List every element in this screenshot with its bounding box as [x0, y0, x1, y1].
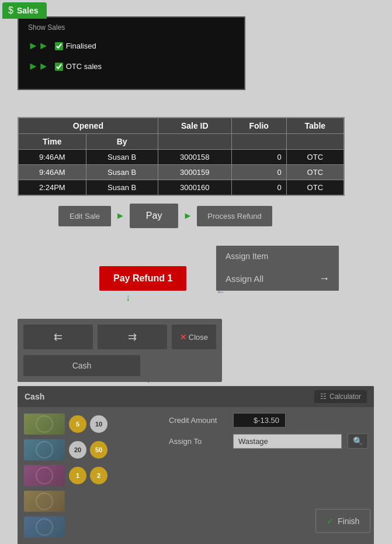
row-table: OTC — [286, 165, 344, 180]
row-sale-id: 3000160 — [158, 180, 231, 196]
calculator-icon: ☷ — [320, 392, 327, 401]
action-buttons: Edit Sale ► Pay ► Process Refund — [58, 204, 272, 228]
table-row[interactable]: 9:46AM Susan B 3000158 0 OTC — [18, 150, 344, 165]
row-table: OTC — [286, 180, 344, 196]
otc-row: ►► OTC sales — [28, 60, 235, 73]
col-table-sub — [286, 134, 344, 150]
arrow-pay-to-refund: ► — [183, 211, 192, 221]
otc-label: OTC sales — [66, 62, 102, 71]
row-sale-id: 3000158 — [158, 150, 231, 165]
credit-amount-row: Credit Amount $-13.50 — [169, 413, 368, 428]
finalised-checkbox-label[interactable]: Finalised — [55, 42, 96, 50]
cash-button[interactable]: Cash — [23, 355, 140, 376]
row-by: Susan B — [86, 165, 158, 180]
process-refund-button[interactable]: Process Refund — [197, 206, 272, 226]
table-row[interactable]: 9:46AM Susan B 3000159 0 OTC — [18, 165, 344, 180]
show-sales-box: Show Sales ►► Finalised ►► OTC sales — [18, 16, 245, 90]
col-opened: Opened — [18, 118, 158, 134]
payment-left-icon: ⇇ — [54, 331, 63, 343]
calculator-label: Calculator — [329, 392, 361, 401]
close-button[interactable]: ✕ Close — [172, 325, 216, 349]
payment-right-icon: ⇉ — [128, 331, 137, 343]
col-table: Table — [286, 118, 344, 134]
cash-panel-header: Cash ☷ Calculator — [18, 386, 374, 407]
finalised-checkbox[interactable] — [55, 42, 63, 50]
coin-5-button[interactable]: 5 — [69, 415, 86, 433]
coin-2-button[interactable]: 2 — [90, 467, 107, 484]
banknote-50[interactable] — [23, 490, 65, 512]
finish-check-icon: ✓ — [327, 515, 334, 526]
banknotes-column: 5 10 20 50 1 2 — [23, 413, 157, 538]
denomination-100-row — [23, 516, 157, 538]
calculator-button[interactable]: ☷ Calculator — [314, 390, 367, 403]
row-folio: 0 — [231, 180, 286, 196]
flow-arrow-5: ↓ — [126, 292, 130, 303]
payment-left-icon-button[interactable]: ⇇ — [23, 325, 93, 349]
row-table: OTC — [286, 150, 344, 165]
assign-all-arrow-icon: → — [319, 273, 329, 285]
banknote-5[interactable] — [23, 413, 65, 435]
assign-to-label: Assign To — [169, 437, 227, 446]
denomination-10-row: 20 50 — [23, 439, 157, 461]
cash-panel-title: Cash — [25, 392, 44, 401]
coin-1-button[interactable]: 1 — [69, 467, 86, 484]
assign-all-label: Assign All — [226, 274, 263, 284]
denomination-50-row — [23, 490, 157, 512]
pay-refund-button[interactable]: Pay Refund 1 — [99, 266, 186, 291]
sales-table: Opened Sale ID Folio Table Time By 9:46A… — [18, 117, 345, 196]
sales-tab[interactable]: $ Sales — [2, 2, 47, 19]
row-time: 2:24PM — [18, 180, 86, 196]
show-sales-title: Show Sales — [28, 23, 235, 32]
credit-amount-label: Credit Amount — [169, 416, 227, 425]
otc-checkbox[interactable] — [55, 63, 63, 71]
payment-top-row: ⇇ ⇉ ✕ Close — [23, 325, 216, 349]
assign-item-button[interactable]: Assign Item — [216, 246, 339, 267]
row-time: 9:46AM — [18, 150, 86, 165]
coin-20-button[interactable]: 20 — [69, 441, 86, 459]
row-by: Susan B — [86, 150, 158, 165]
credit-amount-value: $-13.50 — [233, 413, 286, 428]
edit-sale-button[interactable]: Edit Sale — [58, 206, 111, 226]
dollar-icon: $ — [8, 5, 13, 16]
close-label: Close — [189, 333, 208, 342]
row-sale-id: 3000159 — [158, 165, 231, 180]
col-sale-id: Sale ID — [158, 118, 231, 134]
finish-label: Finish — [338, 517, 359, 526]
assign-to-input[interactable] — [233, 434, 342, 449]
sales-tab-label: Sales — [17, 6, 39, 15]
banknote-10[interactable] — [23, 439, 65, 461]
row-folio: 0 — [231, 150, 286, 165]
banknote-20[interactable] — [23, 464, 65, 487]
finalised-label: Finalised — [66, 42, 96, 50]
sales-table-container: Opened Sale ID Folio Table Time By 9:46A… — [18, 117, 345, 196]
col-time: Time — [18, 134, 86, 150]
cash-button-row: Cash — [23, 355, 216, 376]
finalised-row: ►► Finalised — [28, 40, 235, 52]
arrow-edit-to-pay: ► — [116, 211, 125, 221]
arrow-finalised: ►► — [28, 40, 49, 52]
payment-panel: ⇇ ⇉ ✕ Close Cash — [18, 319, 222, 382]
col-folio-sub — [231, 134, 286, 150]
assign-all-row[interactable]: Assign All → — [216, 267, 339, 291]
arrow-otc: ►► — [28, 60, 49, 73]
row-by: Susan B — [86, 180, 158, 196]
row-folio: 0 — [231, 165, 286, 180]
assign-to-search-button[interactable]: 🔍 — [348, 433, 368, 449]
otc-checkbox-label[interactable]: OTC sales — [55, 62, 102, 71]
col-folio: Folio — [231, 118, 286, 134]
banknote-100[interactable] — [23, 516, 65, 538]
assign-panel: Assign Item Assign All → — [216, 246, 339, 291]
payment-right-icon-button[interactable]: ⇉ — [98, 325, 167, 349]
table-row[interactable]: 2:24PM Susan B 3000160 0 OTC — [18, 180, 344, 196]
finish-button[interactable]: ✓ Finish — [315, 509, 370, 533]
row-time: 9:46AM — [18, 165, 86, 180]
denomination-5-row: 5 10 — [23, 413, 157, 435]
col-by: By — [86, 134, 158, 150]
coin-50-button[interactable]: 50 — [90, 441, 107, 459]
pay-button[interactable]: Pay — [130, 204, 179, 228]
col-sale-id-sub — [158, 134, 231, 150]
denomination-20-row: 1 2 — [23, 464, 157, 487]
assign-to-row: Assign To 🔍 — [169, 433, 368, 449]
coin-10-button[interactable]: 10 — [90, 415, 107, 433]
close-x-icon: ✕ — [180, 333, 186, 342]
